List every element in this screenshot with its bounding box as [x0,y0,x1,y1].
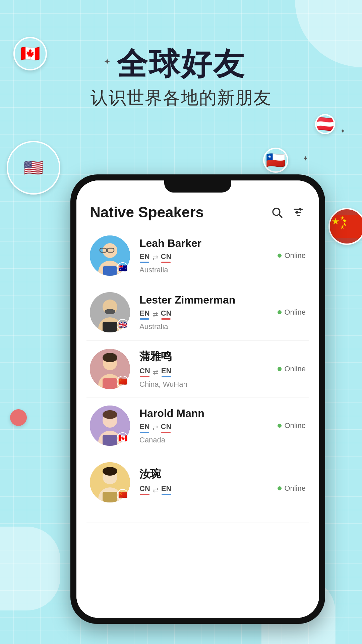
user-location-lester: Australia [139,322,306,331]
online-dot-harold [278,424,282,428]
svg-point-22 [105,309,115,314]
avatar-flag-leah: 🇦🇺 [117,262,129,274]
online-dot-pu [278,367,282,371]
svg-line-7 [279,215,282,217]
flag-chile: 🇨🇱 [263,148,288,173]
flag-pink-circle [10,409,27,426]
sparkle-icon-3: ✦ [340,127,345,135]
avatar-wrap-last: 🇨🇳 [90,462,130,502]
online-badge-lester: Online [278,308,306,317]
online-dot-last [278,486,282,490]
avatar-wrap-lester: 🇬🇧 [90,292,130,332]
user-name-last: 汝琬 [139,467,306,482]
user-list: 🇦🇺 Leah Barker EN ⇄ C [76,227,319,523]
svg-rect-19 [103,266,117,276]
svg-rect-24 [103,322,117,332]
app-header: Native Speakers [76,197,319,227]
online-label-pu: Online [284,365,306,373]
user-name-pu: 蒲雅鸣 [139,349,306,364]
header-icons [269,205,306,220]
user-item-lester[interactable]: 🇬🇧 Lester Zimmerman EN ⇄ [86,284,309,341]
avatar-flag-pu: 🇨🇳 [117,376,129,388]
svg-point-14 [103,243,117,258]
online-label-harold: Online [284,421,306,430]
phone-container: Native Speakers [27,174,362,644]
svg-rect-29 [103,378,117,389]
user-location-leah: Australia [139,266,306,274]
online-badge-last: Online [278,484,306,493]
user-name-harold: Harold Mann [139,407,306,420]
avatar-wrap-harold: 🇨🇦 [90,406,130,446]
app-header-title: Native Speakers [90,204,204,221]
online-badge-leah: Online [278,251,306,260]
user-location-harold: Canada [139,436,306,444]
phone-notch [164,180,231,193]
sparkle-icon-2: ✦ [303,154,308,162]
user-item-pu[interactable]: 🇨🇳 蒲雅鸣 CN ⇄ EN [86,341,309,397]
online-label-last: Online [284,484,306,493]
user-location-pu: China, WuHan [139,380,306,389]
online-label-lester: Online [284,308,306,317]
svg-point-27 [103,353,117,362]
online-label-leah: Online [284,251,306,260]
online-dot-lester [278,310,282,314]
title-section: 全球好友 认识世界各地的新朋友 [0,47,362,110]
app-content: Native Speakers [76,180,319,618]
online-badge-pu: Online [278,365,306,373]
user-item-leah[interactable]: 🇦🇺 Leah Barker EN ⇄ C [86,227,309,284]
svg-point-37 [103,467,117,476]
sub-title: 认识世界各地的新朋友 [0,86,362,110]
user-item-last[interactable]: 🇨🇳 汝琬 CN ⇄ EN [86,454,309,523]
online-badge-harold: Online [278,421,306,430]
flag-austria: 🇦🇹 [315,114,335,134]
user-name-lester: Lester Zimmerman [139,294,306,306]
svg-rect-34 [103,435,117,446]
avatar-wrap-leah: 🇦🇺 [90,235,130,276]
avatar-wrap-pu: 🇨🇳 [90,349,130,389]
phone-outer: Native Speakers [70,174,325,624]
avatar-flag-harold: 🇨🇦 [117,432,129,444]
svg-point-32 [103,410,117,419]
avatar-flag-last: 🇨🇳 [117,489,129,501]
filter-icon[interactable] [291,205,306,220]
user-item-harold[interactable]: 🇨🇦 Harold Mann EN ⇄ C [86,397,309,454]
search-icon[interactable] [269,205,284,220]
svg-rect-39 [103,492,117,502]
main-title: 全球好友 [0,47,362,81]
avatar-flag-lester: 🇬🇧 [117,319,129,331]
user-name-leah: Leah Barker [139,237,306,250]
online-dot-leah [278,254,282,258]
user-info-last: 汝琬 CN ⇄ EN [139,467,306,498]
phone-inner: Native Speakers [76,180,319,618]
